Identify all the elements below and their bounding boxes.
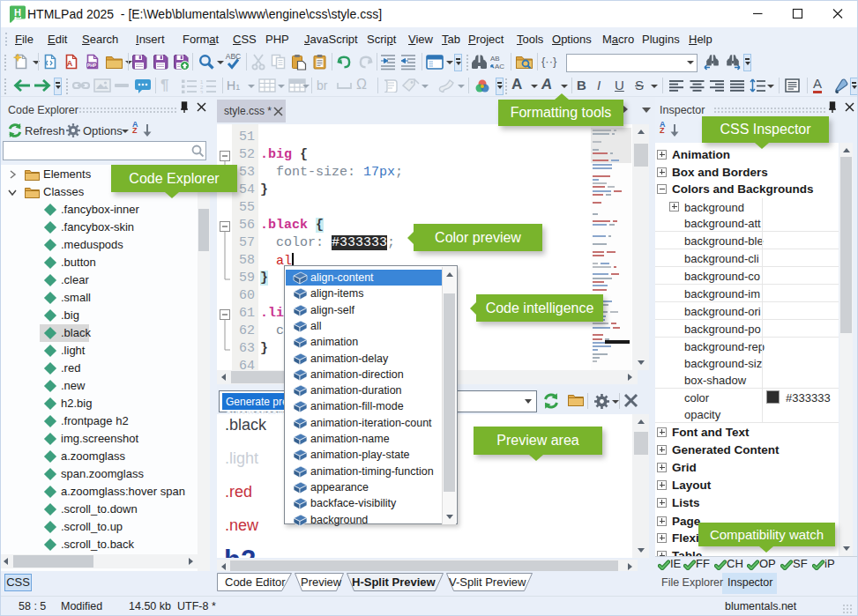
- svg-text:Code Editor: Code Editor: [225, 575, 286, 589]
- svg-text:AC: AC: [495, 63, 504, 71]
- svg-text:Preview: Preview: [301, 575, 342, 589]
- svg-text:H-Split Preview: H-Split Preview: [352, 575, 436, 589]
- svg-text:V-Split Preview: V-Split Preview: [449, 575, 526, 589]
- svg-text:ABC: ABC: [226, 53, 241, 61]
- svg-text:A: A: [67, 59, 73, 68]
- svg-text:H: H: [14, 7, 21, 18]
- svg-text:PHP: PHP: [87, 63, 97, 68]
- svg-text:AB: AB: [490, 55, 500, 63]
- svg-text:3: 3: [200, 90, 204, 94]
